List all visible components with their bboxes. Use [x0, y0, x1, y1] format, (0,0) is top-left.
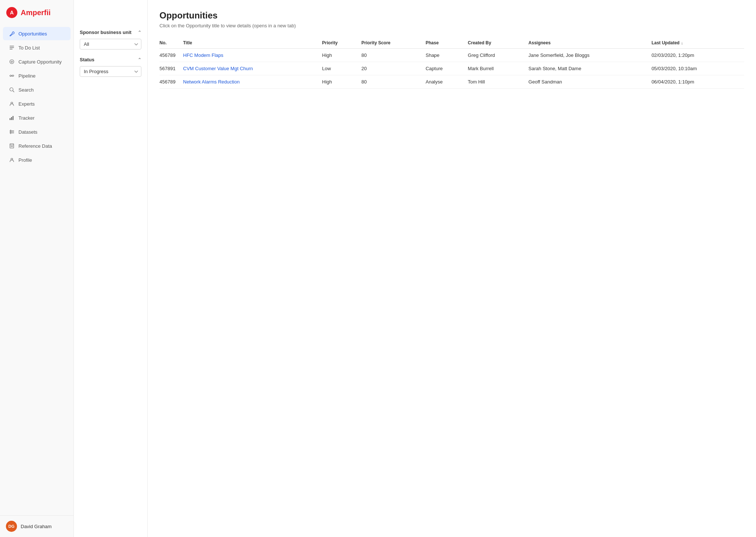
page-subtitle: Click on the Opportunity title to view d…	[159, 23, 744, 28]
table-row: 456789 HFC Modem Flaps High 80 Shape Gre…	[159, 49, 744, 62]
cell-phase: Capture	[424, 62, 466, 75]
sponsor-filter-label: Sponsor business unit	[80, 30, 131, 35]
chevron-up-icon: ⌃	[138, 30, 141, 35]
sidebar-item-label-datasets: Datasets	[18, 129, 37, 135]
cell-priority: High	[321, 49, 360, 62]
table-row: 456789 Network Alarms Reduction High 80 …	[159, 75, 744, 89]
wrench-icon	[9, 31, 15, 37]
table-header: No. Title Priority Priority Score Phase …	[159, 37, 744, 49]
opportunities-table: No. Title Priority Priority Score Phase …	[159, 37, 744, 89]
status-filter-label: Status	[80, 57, 94, 62]
page-title: Opportunities	[159, 10, 744, 21]
sidebar-item-label-search: Search	[18, 87, 34, 93]
col-title: Title	[182, 37, 321, 49]
sort-desc-icon: ↓	[681, 41, 683, 45]
experts-icon	[9, 101, 15, 107]
status-filter-header: Status ⌃	[80, 57, 141, 62]
user-profile-footer[interactable]: DG David Graham	[0, 515, 73, 537]
logo: A Amperfii	[0, 0, 73, 25]
col-priority-score: Priority Score	[360, 37, 424, 49]
cell-no: 456789	[159, 49, 182, 62]
cell-last-updated: 02/03/2020, 1:20pm	[650, 49, 744, 62]
svg-point-9	[12, 75, 14, 76]
cell-assignees: Jane Somerfield, Joe Bloggs	[527, 49, 650, 62]
col-no: No.	[159, 37, 182, 49]
pipeline-icon	[9, 73, 15, 79]
sidebar-item-label-profile: Profile	[18, 157, 32, 163]
cell-priority: Low	[321, 62, 360, 75]
table-row: 567891 CVM Customer Value Mgt Churn Low …	[159, 62, 744, 75]
capture-icon	[9, 59, 15, 65]
cell-title: HFC Modem Flaps	[182, 49, 321, 62]
svg-point-8	[10, 75, 11, 76]
logo-text: Amperfii	[21, 8, 51, 17]
cell-phase: Analyse	[424, 75, 466, 89]
sponsor-filter-select[interactable]: All	[80, 39, 141, 49]
opportunity-link[interactable]: HFC Modem Flaps	[183, 52, 223, 58]
svg-line-11	[13, 91, 14, 92]
cell-assignees: Sarah Stone, Matt Dame	[527, 62, 650, 75]
cell-priority-score: 20	[360, 62, 424, 75]
sidebar-item-experts[interactable]: Experts	[3, 97, 71, 110]
svg-rect-4	[10, 49, 13, 49]
cell-priority-score: 80	[360, 49, 424, 62]
sidebar-item-label-opportunities: Opportunities	[18, 31, 47, 37]
col-priority: Priority	[321, 37, 360, 49]
svg-rect-14	[11, 117, 12, 120]
list-icon	[9, 45, 15, 51]
sidebar-item-search[interactable]: Search	[3, 83, 71, 96]
cell-assignees: Geoff Sandman	[527, 75, 650, 89]
svg-rect-13	[10, 118, 11, 120]
svg-rect-15	[13, 116, 14, 120]
main-area: Sponsor business unit ⌃ All Status ⌃ In …	[74, 0, 756, 537]
cell-last-updated: 06/04/2020, 1:10pm	[650, 75, 744, 89]
opportunity-link[interactable]: CVM Customer Value Mgt Churn	[183, 66, 253, 71]
cell-created-by: Mark Burrell	[466, 62, 527, 75]
col-phase: Phase	[424, 37, 466, 49]
filter-panel: Sponsor business unit ⌃ All Status ⌃ In …	[74, 0, 148, 537]
sidebar-item-profile[interactable]: Profile	[3, 153, 71, 167]
cell-title: CVM Customer Value Mgt Churn	[182, 62, 321, 75]
sidebar-item-capture[interactable]: Capture Opportunity	[3, 55, 71, 68]
sidebar-item-reference[interactable]: Reference Data	[3, 139, 71, 153]
sidebar-item-todo[interactable]: To Do List	[3, 41, 71, 54]
cell-priority: High	[321, 75, 360, 89]
sponsor-filter-header: Sponsor business unit ⌃	[80, 30, 141, 35]
amperfii-logo-icon: A	[6, 7, 18, 18]
sidebar-item-opportunities[interactable]: Opportunities	[3, 27, 71, 40]
sidebar-item-label-capture: Capture Opportunity	[18, 59, 62, 65]
svg-rect-3	[10, 47, 14, 48]
datasets-icon	[9, 129, 15, 135]
status-filter-select[interactable]: In Progress Completed Not Started	[80, 66, 141, 77]
cell-created-by: Greg Clifford	[466, 49, 527, 62]
sidebar-item-tracker[interactable]: Tracker	[3, 111, 71, 124]
sidebar-item-datasets[interactable]: Datasets	[3, 125, 71, 138]
sidebar-item-pipeline[interactable]: Pipeline	[3, 69, 71, 82]
cell-no: 567891	[159, 62, 182, 75]
sponsor-business-unit-filter: Sponsor business unit ⌃ All	[80, 30, 141, 49]
sidebar: A Amperfii Opportunities To Do List	[0, 0, 74, 537]
table-body: 456789 HFC Modem Flaps High 80 Shape Gre…	[159, 49, 744, 89]
content-area: Opportunities Click on the Opportunity t…	[148, 0, 756, 537]
cell-no: 456789	[159, 75, 182, 89]
sidebar-item-label-todo: To Do List	[18, 45, 40, 51]
cell-priority-score: 80	[360, 75, 424, 89]
chevron-up-icon-2: ⌃	[138, 57, 141, 62]
status-filter: Status ⌃ In Progress Completed Not Start…	[80, 57, 141, 77]
sidebar-navigation: Opportunities To Do List Capture Opport	[0, 25, 73, 515]
svg-point-5	[10, 60, 14, 64]
svg-rect-2	[10, 46, 14, 47]
sidebar-item-label-tracker: Tracker	[18, 115, 35, 121]
user-name: David Graham	[21, 524, 52, 529]
book-icon	[9, 143, 15, 149]
opportunity-link[interactable]: Network Alarms Reduction	[183, 79, 240, 85]
cell-phase: Shape	[424, 49, 466, 62]
cell-last-updated: 05/03/2020, 10:10am	[650, 62, 744, 75]
profile-icon	[9, 157, 15, 163]
sidebar-item-label-experts: Experts	[18, 101, 35, 107]
sidebar-item-label-pipeline: Pipeline	[18, 73, 35, 79]
avatar: DG	[6, 521, 17, 532]
cell-title: Network Alarms Reduction	[182, 75, 321, 89]
col-created-by: Created By	[466, 37, 527, 49]
col-last-updated: Last Updated ↓	[650, 37, 744, 49]
